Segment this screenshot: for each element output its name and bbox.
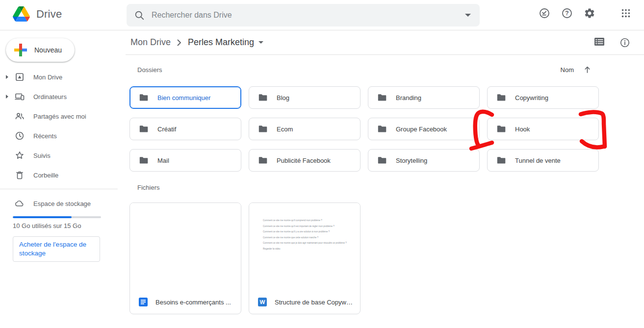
file-preview	[130, 203, 241, 290]
folder-icon	[139, 156, 149, 164]
folders-section-label: Dossiers	[137, 66, 162, 74]
folder-card-hook[interactable]: Hook	[487, 118, 599, 140]
list-view-icon[interactable]	[594, 37, 605, 48]
drive-logo-icon	[13, 6, 30, 22]
folder-name: Ecom	[277, 126, 293, 133]
breadcrumb-chevron-icon	[177, 39, 181, 46]
info-icon[interactable]	[619, 37, 630, 48]
folder-name: Blog	[277, 94, 289, 101]
my-drive-icon	[15, 72, 25, 82]
file-footer: W Structure de base Copywr...	[249, 290, 360, 314]
sidebar-item-recents[interactable]: Récents	[0, 126, 126, 146]
main-content: Mon Drive Perles Marketing	[126, 30, 644, 328]
word-icon: W	[258, 297, 267, 307]
file-card[interactable]: Comment ce site me montre qu'il comprend…	[249, 202, 361, 314]
topbar-icons: ?	[533, 7, 638, 19]
computers-icon	[15, 92, 25, 101]
breadcrumb: Mon Drive Perles Marketing	[126, 30, 644, 55]
folder-name: Groupe Facebook	[396, 126, 447, 133]
folder-card[interactable]: Créatif	[129, 118, 241, 140]
preview-line: Comment ce site me montre qu'il est impo…	[263, 224, 351, 229]
folder-card[interactable]: Publicité Facebook	[249, 149, 361, 172]
folder-icon	[377, 125, 387, 133]
sidebar-item-label: Ordinateurs	[33, 93, 67, 101]
offline-status-icon[interactable]	[539, 7, 550, 19]
settings-gear-icon[interactable]	[584, 7, 595, 19]
folder-name: Branding	[396, 94, 421, 101]
expand-arrow-icon[interactable]	[6, 95, 15, 99]
file-card[interactable]: Besoins e-commerçants ...	[129, 202, 241, 314]
preview-line: Comment ce site me montre qu'il comprend…	[263, 218, 351, 224]
storage-section: Espace de stockage	[0, 194, 126, 213]
sidebar-item-label: Récents	[33, 132, 57, 140]
help-icon[interactable]: ?	[561, 7, 573, 19]
folder-card[interactable]: Storytelling	[368, 149, 480, 172]
breadcrumb-dropdown-caret-icon[interactable]	[258, 41, 263, 44]
preview-line: Comment ce site me montre qu'il y a une …	[263, 229, 351, 235]
folder-icon	[139, 94, 149, 101]
breadcrumb-current[interactable]: Perles Marketing	[188, 37, 254, 48]
sidebar-item-partages-avec-moi[interactable]: Partagés avec moi	[0, 106, 126, 126]
folder-card[interactable]: Branding	[368, 86, 480, 109]
file-name: Structure de base Copywr...	[275, 299, 353, 306]
sidebar-nav: Mon Drive Ordinateurs	[0, 67, 126, 185]
cloud-icon	[15, 199, 25, 208]
folder-name: Bien communiquer	[157, 94, 210, 101]
storage-progress-fill	[13, 216, 72, 218]
folder-card[interactable]: Tunnel de vente	[487, 149, 599, 172]
folder-name: Tunnel de vente	[515, 157, 561, 164]
folder-icon	[496, 125, 506, 133]
preview-line: Comment ce site me montre que je dois ag…	[263, 240, 351, 246]
sidebar-item-ordinateurs[interactable]: Ordinateurs	[0, 87, 126, 106]
sort-label[interactable]: Nom	[561, 66, 574, 74]
folder-icon	[258, 156, 268, 164]
folder-card[interactable]: Mail	[129, 149, 241, 172]
sidebar-item-label: Mon Drive	[33, 74, 62, 81]
file-name: Besoins e-commerçants ...	[155, 299, 231, 306]
folder-icon	[377, 94, 387, 101]
sidebar-item-corbeille[interactable]: Corbeille	[0, 165, 126, 185]
file-preview: Comment ce site me montre qu'il comprend…	[249, 203, 360, 290]
new-button-label: Nouveau	[34, 46, 62, 54]
breadcrumb-root[interactable]: Mon Drive	[130, 37, 171, 48]
sidebar-item-storage[interactable]: Espace de stockage	[0, 194, 126, 213]
svg-text:W: W	[260, 299, 265, 305]
folder-card[interactable]: Bien communiquer	[129, 86, 241, 109]
folder-name: Storytelling	[396, 157, 427, 164]
folder-icon	[139, 125, 149, 133]
sort-control[interactable]: Nom	[561, 66, 591, 74]
folder-card[interactable]: Groupe Facebook	[368, 118, 480, 140]
sidebar-divider	[0, 189, 118, 189]
preview-line: Regarder la vidéo	[263, 246, 351, 252]
preview-line: Comment ce site me montre que cette solu…	[263, 235, 351, 241]
sidebar-item-label: Corbeille	[33, 172, 58, 179]
search-icon	[134, 10, 145, 21]
folder-card[interactable]: Copywriting	[487, 86, 599, 109]
buy-storage-button[interactable]: Acheter de l'espace de stockage	[13, 236, 100, 262]
folder-icon	[258, 94, 268, 101]
folder-card[interactable]: Ecom	[249, 118, 361, 140]
search-bar[interactable]	[127, 4, 480, 26]
sidebar-item-mon-drive[interactable]: Mon Drive	[0, 67, 126, 87]
new-button[interactable]: Nouveau	[6, 38, 75, 62]
google-apps-grid-icon[interactable]	[620, 7, 632, 19]
search-input[interactable]	[152, 11, 465, 20]
folder-card[interactable]: Blog	[249, 86, 361, 109]
starred-icon	[15, 151, 25, 160]
search-options-caret-icon[interactable]	[465, 14, 471, 17]
shared-people-icon	[15, 111, 25, 121]
expand-arrow-icon[interactable]	[6, 75, 15, 79]
drive-logo[interactable]: Drive	[13, 6, 62, 22]
folder-name: Copywriting	[515, 94, 548, 101]
folder-name: Créatif	[157, 126, 176, 133]
trash-icon	[15, 170, 25, 180]
storage-progress-bar	[13, 216, 101, 218]
sidebar-item-suivis[interactable]: Suivis	[0, 146, 126, 165]
folders-grid: Bien communiquer Blog Branding Copywriti…	[129, 86, 599, 172]
file-footer: Besoins e-commerçants ...	[130, 290, 241, 314]
google-docs-icon	[138, 297, 148, 307]
files-grid: Besoins e-commerçants ... Comment ce sit…	[129, 202, 361, 314]
sort-arrow-up-icon[interactable]	[584, 66, 591, 74]
multicolor-plus-icon	[13, 43, 28, 57]
svg-text:?: ?	[565, 10, 568, 17]
